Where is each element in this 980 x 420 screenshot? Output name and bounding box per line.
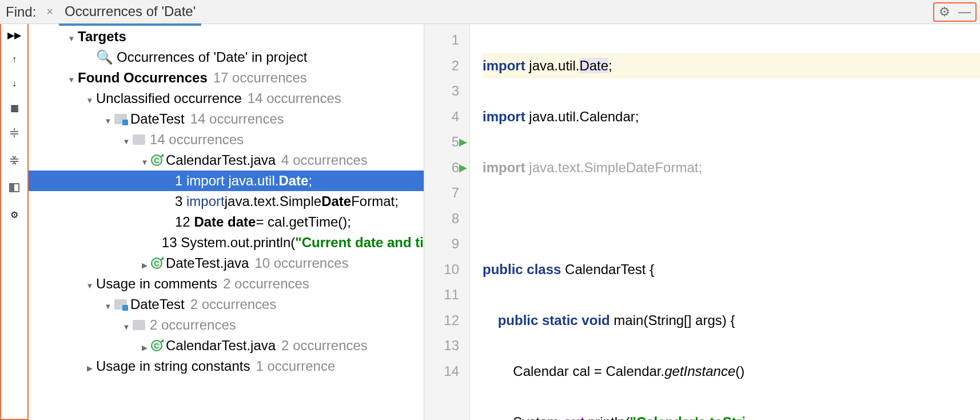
usage-tree: Targets 🔍Occurrences of 'Date' in projec… [29, 24, 424, 420]
line-number: 11 [424, 282, 459, 308]
prev-occurrence-icon[interactable]: ↑ [12, 54, 17, 65]
find-label: Find: [0, 4, 41, 20]
line-number: 3 [424, 78, 459, 104]
tree-comments[interactable]: Usage in comments2 occurrences [29, 274, 424, 294]
settings-icon[interactable]: ⚙ [10, 209, 18, 220]
minimize-icon[interactable]: — [956, 5, 973, 19]
line-number: 5▶ [424, 129, 459, 155]
run-gutter-icon[interactable]: ▶ [459, 155, 467, 181]
tree-c-file[interactable]: CCalendarTest.java2 occurrences [29, 335, 424, 356]
tree-occ1[interactable]: 1 import java.util.Date; [29, 171, 424, 191]
line-number: 14 [424, 359, 459, 385]
tree-scope[interactable]: 🔍Occurrences of 'Date' in project [29, 47, 424, 68]
line-number: 4 [424, 104, 459, 130]
line-number: 6▶ [424, 155, 459, 181]
line-number: 13 [424, 333, 459, 359]
tree-package[interactable]: 14 occurrences [29, 129, 424, 150]
tree-unclassified[interactable]: Unclassified occurrence14 occurrences [29, 88, 424, 109]
tab-occurrences[interactable]: Occurrences of 'Date' [59, 1, 201, 23]
folder-icon [133, 320, 145, 330]
class-icon: C [151, 154, 162, 166]
tree-file2[interactable]: CDateTest.java10 occurrences [29, 253, 424, 274]
module-icon [114, 114, 127, 124]
line-number: 8 [424, 206, 459, 232]
class-icon: C [151, 257, 162, 269]
tree-targets[interactable]: Targets [29, 26, 424, 47]
line-number: 12 [424, 308, 459, 334]
tree-occ3[interactable]: 12 Date date = cal.getTime(); [29, 212, 424, 232]
find-sidebar: ▶▶ ↑ ↓ ▦ ⚙ [0, 24, 29, 420]
gear-icon[interactable]: ⚙ [937, 5, 953, 19]
line-number: 2 [424, 53, 459, 79]
tree-found[interactable]: Found Occurrences17 occurrences [29, 68, 424, 88]
code-preview: 1 2 3 4 5▶ 6▶ 7 8 9 10 11 12 13 14 impor… [424, 24, 980, 420]
toolbar-right: ⚙ — [933, 2, 977, 22]
svg-rect-1 [10, 184, 14, 192]
line-number: 10 [424, 257, 459, 283]
run-gutter-icon[interactable]: ▶ [459, 129, 467, 155]
expand-all-icon[interactable] [9, 127, 20, 141]
tree-strings[interactable]: Usage in string constants1 occurrence [29, 356, 424, 377]
folder-icon [133, 134, 145, 145]
close-tab-icon[interactable]: × [41, 5, 59, 18]
preview-icon[interactable] [9, 182, 20, 196]
line-number: 7 [424, 180, 459, 206]
line-number: 9 [424, 231, 459, 257]
tree-occ2[interactable]: 3 import java.text.SimpleDateFormat; [29, 191, 424, 212]
collapse-all-icon[interactable] [9, 154, 20, 168]
rerun-icon[interactable]: ▶▶ [7, 30, 21, 41]
tree-c-module[interactable]: DateTest2 occurrences [29, 294, 424, 315]
code-area[interactable]: import java.util.Date; import java.util.… [470, 24, 980, 420]
class-icon: C [151, 340, 162, 351]
gutter: 1 2 3 4 5▶ 6▶ 7 8 9 10 11 12 13 14 [424, 24, 470, 420]
tree-occ4[interactable]: 13 System.out.println("Current date and … [29, 232, 424, 253]
module-icon [114, 299, 127, 310]
group-by-icon[interactable]: ▦ [10, 102, 19, 113]
next-occurrence-icon[interactable]: ↓ [12, 78, 17, 89]
tree-module[interactable]: DateTest14 occurrences [29, 109, 424, 129]
tree-file1[interactable]: CCalendarTest.java4 occurrences [29, 150, 424, 171]
find-toolbar: Find: × Occurrences of 'Date' ⚙ — [0, 0, 980, 24]
tree-c-package[interactable]: 2 occurrences [29, 315, 424, 335]
line-number: 1 [424, 27, 459, 53]
